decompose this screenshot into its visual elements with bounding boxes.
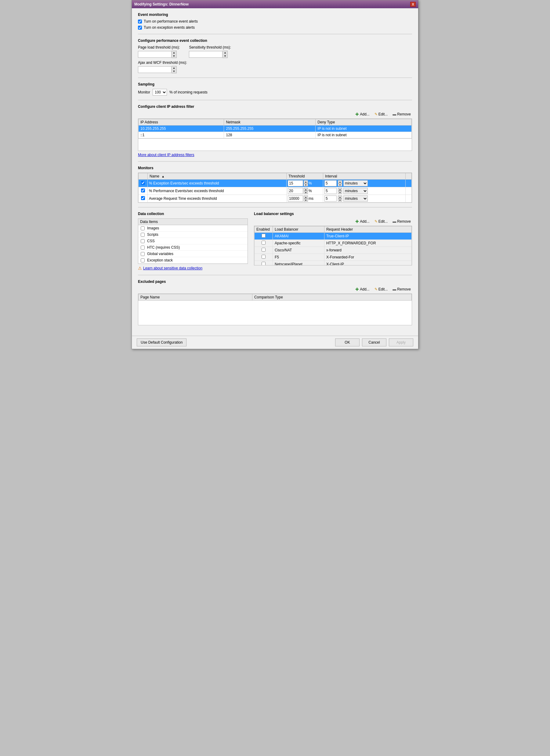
threshold-up[interactable]: ▲ [304,188,308,191]
ip-filter-link[interactable]: More about client IP address filters [138,153,195,157]
load-balancer-panel: Load balancer settings ✚ Add... ✎ Edit..… [254,212,412,271]
page-load-down[interactable]: ▼ [172,54,177,58]
interval-select[interactable]: minuteshoursseconds [343,180,368,186]
table-row[interactable]: % Exception Events/sec exceeds threshold… [139,180,412,187]
monitor-checkbox[interactable] [141,181,145,185]
page-load-input[interactable]: 15000 [138,51,172,58]
monitor-checkbox[interactable] [141,188,145,192]
lb-enabled-checkbox[interactable] [262,262,266,265]
dc-checkbox[interactable] [141,233,145,237]
perf-alerts-checkbox[interactable] [138,20,142,24]
interval-up[interactable]: ▲ [338,188,342,191]
load-balancer-title: Load balancer settings [254,212,412,216]
ep-edit-button[interactable]: ✎ Edit... [373,287,389,292]
lb-edit-button[interactable]: ✎ Edit... [373,219,389,224]
ok-button[interactable]: OK [335,338,359,346]
close-button[interactable]: X [410,2,416,7]
threshold-down[interactable]: ▼ [304,183,308,186]
lb-enabled-checkbox[interactable] [262,234,266,238]
sensitive-data-link[interactable]: Learn about sensitive data collection [143,266,202,270]
ep-table: Page Name Comparison Type [138,294,412,301]
table-row[interactable]: Apache-specific HTTP_X_FORWARDED_FOR [255,240,412,247]
footer: Use Default Configuration OK Cancel Appl… [132,336,418,349]
threshold-down[interactable]: ▼ [304,199,308,202]
threshold-input[interactable] [288,195,303,202]
lb-add-button[interactable]: ✚ Add... [354,218,370,225]
table-row[interactable]: Netscape/iPlanet X-Client-IP [255,261,412,266]
exception-alerts-checkbox[interactable] [138,26,142,30]
cancel-button[interactable]: Cancel [362,338,386,346]
sampling-suffix: % of incoming requests [169,90,208,94]
table-row[interactable]: % Performance Events/sec exceeds thresho… [139,187,412,195]
ip-toolbar: ✚ Add... ✎ Edit... ▬ Remove [138,111,412,117]
interval-down[interactable]: ▼ [338,199,342,202]
table-row[interactable]: AKAMAI True-Client-IP [255,233,412,240]
dc-checkbox[interactable] [141,226,145,230]
lb-add-icon: ✚ [355,219,359,224]
table-row[interactable]: Average Request Time exceeds threshold ▲… [139,195,412,203]
ep-add-button[interactable]: ✚ Add... [354,286,370,292]
remove-icon: ▬ [392,112,396,116]
lb-enabled-checkbox[interactable] [262,248,266,252]
interval-input[interactable] [324,180,337,186]
ip-edit-button[interactable]: ✎ Edit... [373,111,389,117]
interval-input[interactable] [324,188,337,194]
interval-select[interactable]: minuteshoursseconds [343,188,368,194]
list-item: CSS [138,238,248,244]
sensitivity-up[interactable]: ▲ [223,51,228,54]
sampling-row: Monitor 100 75 50 25 10 % of incoming re… [138,89,412,96]
threshold-input[interactable] [288,188,303,194]
dc-checkbox[interactable] [141,246,145,250]
ip-edit-label: Edit... [378,112,388,116]
ip-add-label: Add... [360,112,369,116]
apply-button[interactable]: Apply [389,338,413,346]
threshold-down[interactable]: ▼ [304,191,308,194]
sampling-select[interactable]: 100 75 50 25 10 [153,89,167,96]
table-row[interactable]: 10.255.255.255255.255.255.255IP is not i… [139,126,412,132]
interval-up[interactable]: ▲ [338,180,342,183]
lb-enabled-checkbox[interactable] [262,241,266,245]
ep-table-container: Page Name Comparison Type [138,294,412,325]
page-load-up[interactable]: ▲ [172,51,177,54]
ip-add-button[interactable]: ✚ Add... [354,111,370,117]
monitor-name-col: Name ▲ [148,173,286,180]
table-row[interactable]: F5 X-Forwarded-For [255,254,412,261]
dc-item-label: Exception stack [147,258,173,262]
add-icon: ✚ [355,112,359,117]
dc-checkbox[interactable] [141,258,145,262]
dc-item-label: Scripts [147,232,159,237]
ajax-spinner: 5000 ▲ ▼ [138,66,412,73]
ajax-down[interactable]: ▼ [172,70,177,73]
ajax-input[interactable]: 5000 [138,66,172,73]
interval-up[interactable]: ▲ [338,195,342,199]
table-row[interactable]: Cisco/NAT x-forward [255,247,412,254]
lb-remove-button[interactable]: ▬ Remove [391,219,412,224]
event-monitoring-section: Event monitoring Turn on performance eve… [138,13,412,30]
lb-enabled-checkbox[interactable] [262,255,266,259]
threshold-up[interactable]: ▲ [304,180,308,183]
monitors-table: Name ▲ Threshold Interval % Exception Ev… [138,173,412,203]
divider-2 [138,78,412,78]
table-row[interactable]: ::1128IP is not in subnet [139,132,412,138]
sensitivity-input[interactable]: 3000 [189,51,223,58]
threshold-up[interactable]: ▲ [304,195,308,199]
dc-checkbox[interactable] [141,252,145,256]
ajax-group: Ajax and WCF threshold (ms): 5000 ▲ ▼ [138,60,412,73]
interval-select[interactable]: minuteshoursseconds [343,195,368,202]
interval-down[interactable]: ▼ [338,183,342,186]
interval-down[interactable]: ▼ [338,191,342,194]
ep-remove-button[interactable]: ▬ Remove [391,287,412,292]
sampling-section: Sampling Monitor 100 75 50 25 10 % of in… [138,82,412,96]
dc-item-label: HTC (requires CSS) [147,245,180,250]
ip-remove-button[interactable]: ▬ Remove [391,111,412,117]
monitors-title: Monitors [138,166,412,170]
monitor-checkbox[interactable] [141,196,145,200]
ajax-up[interactable]: ▲ [172,66,177,70]
interval-input[interactable] [324,195,337,202]
dc-checkbox[interactable] [141,239,145,243]
default-config-button[interactable]: Use Default Configuration [137,338,187,346]
exception-alerts-label: Turn on exception events alerts [144,25,195,30]
threshold-input[interactable] [288,180,303,186]
sensitivity-down[interactable]: ▼ [223,54,228,58]
ep-toolbar: ✚ Add... ✎ Edit... ▬ Remove [138,286,412,292]
